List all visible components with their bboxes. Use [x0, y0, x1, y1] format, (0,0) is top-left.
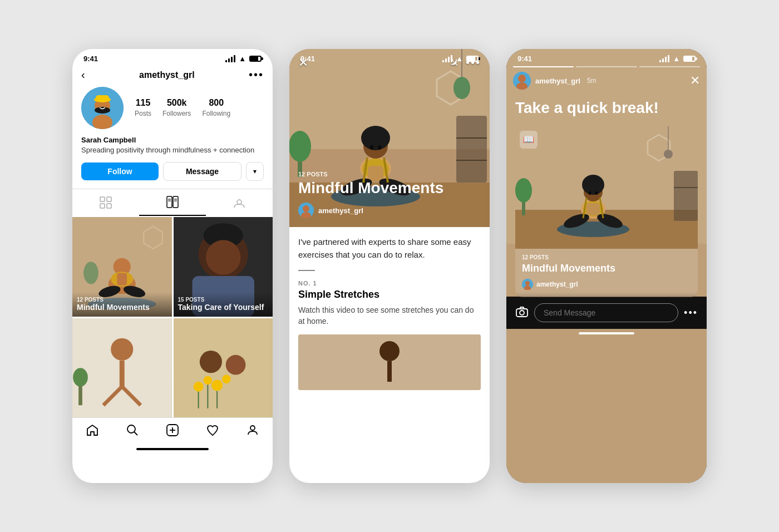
camera-button[interactable]: [515, 305, 529, 321]
svg-point-45: [222, 375, 231, 383]
guide-hero-username: amethyst_grl: [318, 206, 363, 215]
stat-posts: 115 Posts: [135, 98, 151, 118]
svg-rect-4: [96, 95, 109, 102]
svg-rect-113: [516, 309, 527, 317]
svg-point-103: [589, 191, 591, 195]
battery-icon: [249, 56, 262, 62]
nav-search[interactable]: [126, 423, 139, 440]
time-3: 9:41: [517, 55, 532, 63]
status-icons-3: ▲: [659, 55, 696, 63]
svg-point-30: [206, 240, 240, 274]
phone-profile: 9:41 ▲ ‹ amethyst_grl •••: [72, 49, 273, 483]
story-more-button[interactable]: •••: [684, 307, 698, 319]
svg-rect-11: [173, 196, 178, 208]
tab-tagged[interactable]: [206, 189, 273, 216]
svg-rect-8: [100, 204, 105, 208]
guide-hero-user: amethyst_grl: [298, 203, 481, 218]
story-close-button[interactable]: ✕: [690, 73, 700, 88]
story-card-title: Mindful Movements: [522, 263, 691, 275]
svg-point-71: [370, 145, 373, 150]
wifi-icon: ▲: [239, 55, 246, 63]
stats-row: 115 Posts 500k Followers 800 Following: [135, 98, 264, 118]
tagged-icon: [233, 196, 245, 209]
posts-label: Posts: [135, 110, 151, 117]
home-bar: [136, 448, 209, 450]
tab-grid[interactable]: [72, 189, 139, 216]
guide-divider: [298, 270, 315, 271]
message-button[interactable]: Message: [163, 162, 241, 181]
status-bar-1: 9:41 ▲: [72, 49, 273, 66]
profile-username: amethyst_grl: [139, 70, 195, 80]
profile-info: 115 Posts 500k Followers 800 Following: [72, 87, 273, 136]
grid-item-3[interactable]: [72, 318, 172, 418]
story-avatar: [513, 72, 531, 90]
follow-button[interactable]: Follow: [81, 162, 159, 180]
svg-point-49: [127, 425, 135, 433]
followers-count: 500k: [162, 98, 191, 108]
battery-icon-2: [466, 56, 479, 62]
grid-item-4[interactable]: [174, 318, 273, 418]
story-card-user: amethyst_grl: [522, 279, 691, 290]
progress-bar-1: [513, 66, 574, 67]
stat-followers: 500k Followers: [162, 98, 191, 118]
grid-title-1: Mindful Movements: [77, 303, 167, 312]
story-home-bar: [579, 332, 634, 334]
battery-icon-3: [683, 56, 696, 62]
guide-number: NO. 1: [298, 280, 481, 287]
bio-text: Spreading positivity through mindfulness…: [81, 145, 264, 155]
svg-point-97: [515, 178, 532, 203]
svg-point-104: [595, 191, 598, 195]
guide-posts-label: 12 POSTS: [298, 171, 481, 178]
dropdown-button[interactable]: ▾: [246, 162, 264, 181]
guide-title: Mindful Movements: [298, 180, 481, 197]
send-message-input[interactable]: [534, 303, 678, 322]
svg-point-114: [520, 311, 524, 315]
guide-avatar: [298, 203, 314, 218]
nav-add[interactable]: [166, 423, 179, 440]
story-content: 9:41 ▲: [506, 49, 707, 338]
svg-point-93: [664, 150, 673, 159]
phones-container: 9:41 ▲ ‹ amethyst_grl •••: [72, 49, 707, 483]
bio-name: Sarah Campbell: [81, 136, 264, 144]
status-bar-2: 9:41 ▲: [289, 49, 490, 66]
svg-rect-105: [586, 203, 600, 215]
svg-point-65: [289, 131, 311, 162]
followers-label: Followers: [162, 110, 191, 117]
story-time: 5m: [587, 77, 596, 85]
svg-line-50: [134, 432, 137, 435]
svg-point-43: [203, 376, 212, 385]
grid-item-2[interactable]: 15 POSTS Taking Care of Yourself: [174, 217, 273, 317]
nav-profile[interactable]: [246, 423, 259, 440]
time-2: 9:41: [300, 55, 315, 63]
svg-rect-6: [100, 197, 105, 201]
svg-point-41: [225, 355, 245, 375]
grid-overlay-1: 12 POSTS Mindful Movements: [72, 292, 172, 317]
nav-heart[interactable]: [206, 423, 219, 440]
phone-story: 9:41 ▲: [506, 49, 707, 483]
stat-following: 800 Following: [202, 98, 230, 118]
time-1: 9:41: [83, 55, 98, 63]
status-bar-3: 9:41 ▲: [506, 49, 707, 66]
profile-tabs: [72, 189, 273, 216]
grid-item-1[interactable]: 12 POSTS Mindful Movements: [72, 217, 172, 317]
posts-count: 115: [135, 98, 151, 108]
status-icons-1: ▲: [225, 55, 262, 63]
svg-point-44: [211, 380, 223, 391]
guide-hero: 9:41 ▲: [289, 49, 490, 227]
back-button[interactable]: ‹: [81, 68, 85, 81]
bottom-nav: [72, 417, 273, 444]
story-main: Take a quick break!: [506, 98, 707, 297]
profile-bio: Sarah Campbell Spreading positivity thro…: [72, 136, 273, 162]
svg-rect-7: [107, 197, 111, 201]
story-user: amethyst_grl 5m: [513, 72, 596, 90]
phone-guide: 9:41 ▲: [289, 49, 490, 483]
guide-icon: [166, 196, 179, 208]
nav-home[interactable]: [86, 423, 99, 440]
svg-point-5: [95, 107, 110, 114]
svg-rect-39: [174, 318, 273, 418]
story-card[interactable]: 📖 12 POSTS Mindful Movements amethyst_gr…: [515, 126, 698, 297]
status-icons-2: ▲: [442, 55, 479, 63]
more-menu-button[interactable]: •••: [249, 68, 264, 81]
svg-point-70: [361, 126, 390, 150]
tab-guide[interactable]: [139, 189, 206, 216]
